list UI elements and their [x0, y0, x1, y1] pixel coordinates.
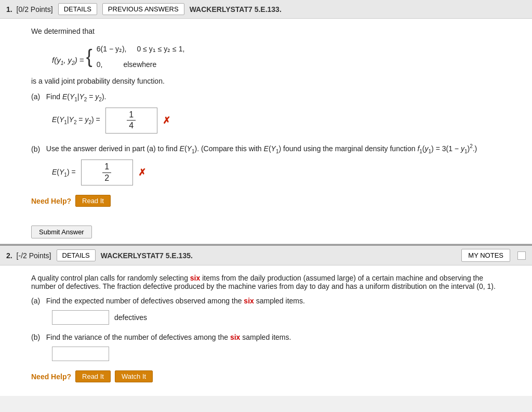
wrong-icon-a: ✗ [163, 115, 170, 126]
details-button-1[interactable]: DETAILS [58, 3, 97, 15]
case1-expr: 6(1 − y₂), [97, 42, 127, 56]
sub-a-label: (a) [31, 92, 44, 101]
problem1-intro: We determined that [31, 27, 501, 35]
problem1-reference: WACKERLYSTAT7 5.E.133. [190, 5, 282, 14]
problem2-reference: WACKERLYSTAT7 5.E.135. [101, 251, 193, 260]
need-help-label-2: Need Help? [31, 373, 71, 381]
answer-row-b: E(Y1) = 1 2 ✗ [52, 160, 501, 185]
read-it-button-2[interactable]: Read It [75, 370, 111, 382]
sub-a-question: Find E(Y1|Y2 = y2). [46, 92, 107, 101]
prev-answers-button[interactable]: PREVIOUS ANSWERS [102, 3, 184, 15]
page-container: 1. [0/2 Points] DETAILS PREVIOUS ANSWERS… [0, 0, 532, 396]
defectives-label: defectives [114, 313, 147, 322]
expand-button[interactable] [517, 251, 526, 260]
brace-icon: { [86, 47, 92, 66]
case2-expr: 0, [97, 57, 103, 72]
piecewise-expression: { 6(1 − y₂), 0 ≤ y₁ ≤ y₂ ≤ 1, 0, elsewhe… [86, 42, 185, 72]
answer-label-a: E(Y1|Y2 = y2) = [52, 115, 100, 125]
piecewise-cases: 6(1 − y₂), 0 ≤ y₁ ≤ y₂ ≤ 1, 0, elsewhere [97, 42, 185, 72]
fraction-numerator-b: 1 [102, 162, 111, 173]
need-help-label-1: Need Help? [31, 197, 71, 205]
answer-label-b: E(Y1) = [52, 168, 76, 178]
watch-it-button[interactable]: Watch It [115, 370, 153, 382]
sub-b-question: Use the answer derived in part (a) to fi… [46, 144, 477, 153]
fraction-numerator-a: 1 [127, 110, 136, 121]
need-help-row-2: Need Help? Read It Watch It [31, 370, 501, 382]
six-text-intro: six [190, 274, 200, 282]
subquestion-b: (b) Use the answer derived in part (a) t… [31, 144, 501, 154]
piecewise-case-2: 0, elsewhere [97, 57, 185, 72]
details-button-2[interactable]: DETAILS [57, 249, 96, 261]
wrong-icon-b: ✗ [138, 167, 146, 178]
answer-input-2b[interactable] [52, 347, 109, 361]
sub-2a-label: (a) [31, 297, 44, 305]
sub-2b-question: Find the variance of the number of defec… [46, 333, 291, 341]
answer-row-a: E(Y1|Y2 = y2) = 1 4 ✗ [52, 108, 501, 134]
fraction-b: 1 2 [102, 162, 111, 184]
problem1-content: We determined that f(y1, y2) = { 6(1 − y… [0, 19, 532, 220]
my-notes-button[interactable]: MY NOTES [461, 249, 510, 262]
problem2-intro: A quality control plan calls for randoml… [31, 274, 501, 290]
function-notation: f(y1, y2) = [52, 56, 86, 64]
submit-answer-button[interactable]: Submit Answer [31, 225, 92, 238]
need-help-row-1: Need Help? Read It [31, 195, 501, 207]
sub-2a-question: Find the expected number of defectives o… [46, 297, 305, 305]
six-text-a: six [244, 297, 254, 305]
answer-row-2b [52, 347, 501, 361]
problem2-content: A quality control plan calls for randoml… [0, 265, 532, 396]
read-it-button-1[interactable]: Read It [75, 195, 111, 207]
sub-b-label: (b) [31, 144, 44, 153]
subquestion-2a: (a) Find the expected number of defectiv… [31, 297, 501, 305]
fraction-denominator-a: 4 [127, 121, 136, 131]
sub-2b-label: (b) [31, 333, 44, 341]
answer-box-a[interactable]: 1 4 [105, 108, 157, 134]
case1-condition: 0 ≤ y₁ ≤ y₂ ≤ 1, [137, 42, 185, 56]
answer-input-2a[interactable] [52, 310, 109, 325]
answer-box-b[interactable]: 1 2 [81, 160, 133, 185]
subquestion-a: (a) Find E(Y1|Y2 = y2). [31, 92, 501, 102]
fraction-a: 1 4 [127, 110, 136, 132]
problem1-number: 1. [0/2 Points] [6, 5, 53, 14]
submit-row: Submit Answer [31, 225, 532, 238]
piecewise-formula: f(y1, y2) = { 6(1 − y₂), 0 ≤ y₁ ≤ y₂ ≤ 1… [52, 42, 501, 72]
problem2-header: 2. [-/2 Points] DETAILS WACKERLYSTAT7 5.… [0, 244, 532, 265]
fraction-denominator-b: 2 [102, 173, 111, 184]
subquestion-2b: (b) Find the variance of the number of d… [31, 333, 501, 341]
piecewise-case-1: 6(1 − y₂), 0 ≤ y₁ ≤ y₂ ≤ 1, [97, 42, 185, 56]
valid-statement: is a valid joint probability density fun… [31, 77, 501, 85]
case2-condition: elsewhere [123, 57, 156, 72]
problem2-number: 2. [-/2 Points] [6, 251, 51, 260]
six-text-b: six [230, 333, 240, 341]
answer-row-2a: defectives [52, 310, 501, 325]
problem1-header: 1. [0/2 Points] DETAILS PREVIOUS ANSWERS… [0, 0, 532, 19]
